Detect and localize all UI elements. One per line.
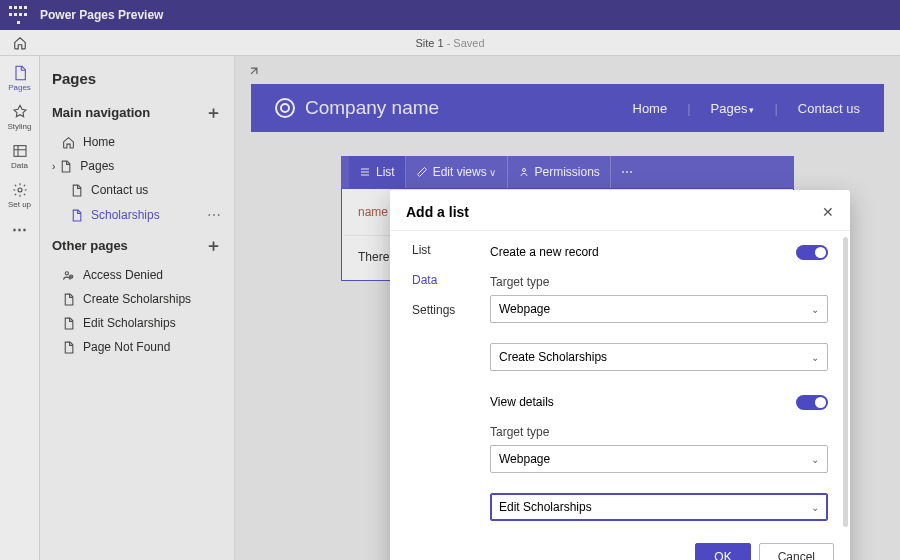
edit-page-select[interactable]: Edit Scholarships⌄ (490, 493, 828, 521)
pages-sidebar: Pages Main navigation ＋ Home › Pages Con… (40, 56, 235, 560)
brand-bar: Power Pages Preview (0, 0, 900, 30)
modal-form: Create a new record Target type Webpage⌄… (490, 241, 850, 521)
ok-button[interactable]: OK (695, 543, 750, 560)
rail-pages[interactable]: Pages (3, 62, 37, 95)
page-more-icon[interactable]: ⋯ (207, 207, 222, 223)
rail-setup[interactable]: Set up (3, 179, 37, 212)
add-page-other-button[interactable]: ＋ (205, 240, 222, 252)
sidebar-title: Pages (40, 56, 234, 97)
tab-data[interactable]: Data (412, 273, 490, 287)
nav-home[interactable]: Home (40, 130, 234, 154)
modal-title: Add a list (406, 204, 469, 220)
create-new-record-toggle[interactable] (796, 245, 828, 260)
svg-rect-0 (14, 146, 26, 157)
view-details-toggle[interactable] (796, 395, 828, 410)
hero-nav-contact[interactable]: Contact us (798, 101, 860, 116)
cancel-button[interactable]: Cancel (759, 543, 834, 560)
secondary-bar: Site 1 - Saved (0, 30, 900, 56)
close-icon[interactable]: ✕ (822, 204, 834, 220)
create-page-select[interactable]: Create Scholarships⌄ (490, 343, 828, 371)
modal-tabs: List Data Settings (390, 241, 490, 521)
app-launcher-icon[interactable] (8, 5, 28, 25)
nav-page-not-found[interactable]: Page Not Found (40, 335, 234, 359)
toolbar-edit-views[interactable]: Edit views (406, 156, 508, 188)
svg-point-1 (18, 188, 22, 192)
tab-list[interactable]: List (412, 243, 490, 257)
rail-data[interactable]: Data (3, 140, 37, 173)
chevron-right-icon: › (52, 161, 55, 172)
rail-styling[interactable]: Styling (3, 101, 37, 134)
svg-point-2 (65, 271, 68, 274)
nav-contact-us[interactable]: Contact us (40, 178, 234, 202)
create-new-record-label: Create a new record (490, 245, 599, 259)
target-type-2-label: Target type (490, 425, 828, 439)
site-logo-icon (275, 98, 295, 118)
target-type-2-select[interactable]: Webpage⌄ (490, 445, 828, 473)
target-type-1-select[interactable]: Webpage⌄ (490, 295, 828, 323)
main-navigation-section: Main navigation ＋ (40, 97, 234, 128)
nav-scholarships[interactable]: Scholarships ⋯ (40, 202, 234, 228)
other-pages-section: Other pages ＋ (40, 230, 234, 261)
nav-access-denied[interactable]: Access Denied (40, 263, 234, 287)
target-type-1-label: Target type (490, 275, 828, 289)
toolbar-permissions[interactable]: Permissions (508, 156, 611, 188)
nav-pages[interactable]: › Pages (40, 154, 234, 178)
nav-create-scholarships[interactable]: Create Scholarships (40, 287, 234, 311)
svg-point-4 (522, 169, 525, 172)
site-name-label: Site 1 - Saved (415, 37, 484, 49)
add-list-modal: Add a list ✕ List Data Settings Create a… (390, 190, 850, 560)
site-title: Company name (305, 97, 439, 119)
toolbar-list[interactable]: List (349, 156, 406, 188)
modal-scrollbar[interactable] (843, 237, 848, 527)
left-rail: Pages Styling Data Set up ⋯ (0, 56, 40, 560)
tab-settings[interactable]: Settings (412, 303, 490, 317)
add-page-main-button[interactable]: ＋ (205, 107, 222, 119)
expand-icon[interactable] (247, 64, 261, 82)
home-icon[interactable] (13, 36, 27, 50)
rail-more[interactable]: ⋯ (12, 218, 27, 238)
toolbar-more-icon[interactable]: ⋯ (611, 165, 643, 179)
list-toolbar: List Edit views Permissions ⋯ (341, 156, 794, 188)
nav-edit-scholarships[interactable]: Edit Scholarships (40, 311, 234, 335)
hero-nav-pages[interactable]: Pages (711, 101, 755, 116)
view-details-label: View details (490, 395, 554, 409)
hero-nav-home[interactable]: Home (633, 101, 668, 116)
brand-title: Power Pages Preview (40, 8, 163, 22)
site-header: Company name Home | Pages | Contact us (251, 84, 884, 132)
